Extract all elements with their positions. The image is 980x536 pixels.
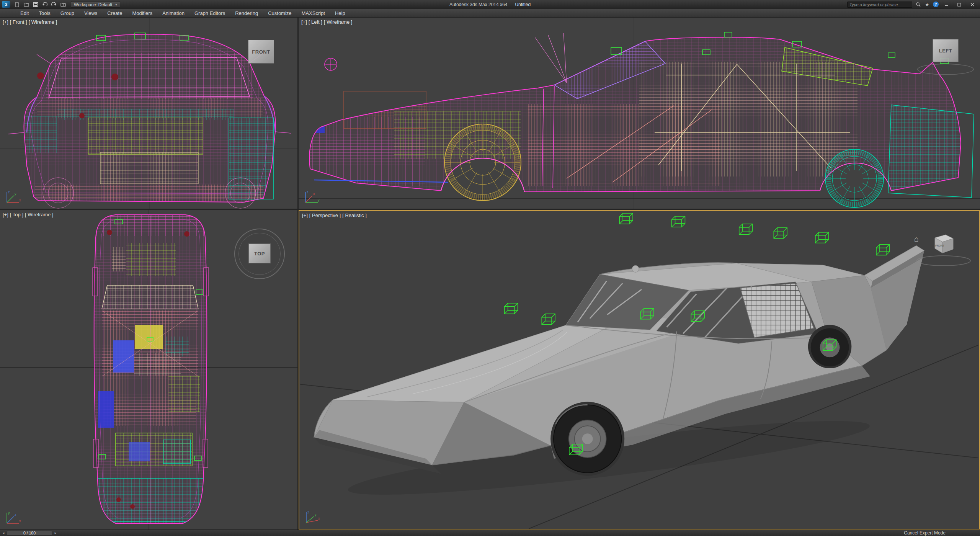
search-icon[interactable]: [915, 2, 921, 8]
app-logo-icon[interactable]: 3: [2, 1, 10, 8]
viewport-label-front: [+] [ Front ] [ Wireframe ]: [3, 19, 57, 25]
document-title: Untitled: [515, 2, 531, 7]
axis-tripod: x z y: [4, 189, 22, 206]
rear-wheel[interactable]: [825, 149, 884, 208]
svg-text:z: z: [15, 513, 16, 516]
time-slider[interactable]: 0 / 100: [7, 531, 52, 536]
svg-text:y: y: [15, 192, 16, 196]
axis-tripod: y z x: [302, 189, 321, 206]
svg-text:y: y: [318, 198, 320, 202]
car-shaded-perspective[interactable]: [314, 246, 924, 476]
viewport-menu-pov[interactable]: [ Front ]: [10, 19, 27, 25]
maximize-icon[interactable]: [954, 1, 965, 8]
viewport-left[interactable]: [+] [ Left ] [ Wireframe ] LEFT y z x: [299, 18, 980, 209]
title-bar: 3 Workspace: Default ▾ Autodesk 3ds Max …: [0, 0, 980, 9]
project-folder-icon[interactable]: [59, 1, 67, 8]
redo-icon[interactable]: [50, 1, 58, 8]
viewport-top[interactable]: [+] [ Top ] [ Wireframe ] TOP x y z: [0, 210, 297, 529]
viewcube-compass: [917, 256, 970, 266]
viewport-menu-general[interactable]: [+]: [3, 212, 8, 217]
svg-text:y: y: [8, 511, 10, 515]
viewcube-top[interactable]: TOP: [234, 229, 285, 279]
svg-text:x: x: [19, 198, 21, 202]
menu-modifiers[interactable]: Modifiers: [127, 9, 157, 18]
viewcube-face-label: FRONT: [935, 244, 945, 247]
viewport-label-perspective: [+] [ Perspective ] [ Realistic ]: [302, 212, 367, 218]
next-frame-button[interactable]: ►: [52, 531, 59, 536]
menu-bar: Edit Tools Group Views Create Modifiers …: [0, 9, 980, 18]
svg-text:x: x: [318, 516, 320, 520]
viewport-perspective[interactable]: [+] [ Perspective ] [ Realistic ] ⌂ FRON…: [299, 210, 980, 529]
workspace-dropdown[interactable]: Workspace: Default ▾: [71, 1, 120, 8]
axis-tripod: x y z: [4, 510, 22, 526]
viewport-menu-pov[interactable]: [ Left ]: [309, 19, 322, 25]
viewcube-perspective[interactable]: FRONT: [911, 231, 976, 269]
frame-indicator: 0 / 100: [23, 531, 36, 535]
menu-edit[interactable]: Edit: [15, 9, 34, 18]
menu-tools[interactable]: Tools: [34, 9, 55, 18]
new-scene-icon[interactable]: [13, 1, 21, 8]
left-viewport-canvas[interactable]: [299, 18, 980, 209]
menu-create[interactable]: Create: [102, 9, 127, 18]
svg-text:z: z: [307, 190, 309, 194]
viewport-menu-general[interactable]: [+]: [3, 19, 8, 25]
viewport-label-left: [+] [ Left ] [ Wireframe ]: [301, 19, 352, 25]
viewport-menu-pov[interactable]: [ Perspective ]: [309, 212, 341, 218]
save-file-icon[interactable]: [31, 1, 40, 8]
car-wireframe-top[interactable]: [93, 214, 209, 525]
svg-text:x: x: [313, 192, 315, 196]
open-file-icon[interactable]: [22, 1, 31, 8]
help-icon[interactable]: ?: [933, 2, 939, 7]
window-title: Autodesk 3ds Max 2014 x64 Untitled: [0, 0, 980, 9]
svg-text:y: y: [315, 513, 317, 516]
viewport-menu-general[interactable]: [+]: [301, 19, 307, 25]
car-wireframe-left[interactable]: [305, 32, 974, 208]
viewport-menu-shading[interactable]: [ Realistic ]: [342, 212, 367, 218]
viewcube-face-label: LEFT: [939, 48, 952, 54]
viewcube-face-label: TOP: [254, 251, 265, 257]
menu-help[interactable]: Help: [330, 9, 350, 18]
menu-rendering[interactable]: Rendering: [230, 9, 263, 18]
svg-text:z: z: [8, 190, 10, 194]
viewcube-home-icon[interactable]: ⌂: [914, 235, 919, 243]
menu-customize[interactable]: Customize: [263, 9, 296, 18]
svg-text:z: z: [307, 510, 309, 514]
undo-icon[interactable]: [41, 1, 49, 8]
viewcube-compass: [917, 64, 974, 75]
viewport-menu-shading[interactable]: [ Wireframe ]: [25, 212, 53, 217]
infocenter-search-input[interactable]: [847, 2, 912, 8]
workspace-label: Workspace: Default: [74, 2, 112, 7]
viewport-menu-shading[interactable]: [ Wireframe ]: [29, 19, 57, 25]
viewport-menu-general[interactable]: [+]: [302, 212, 308, 218]
menu-maxscript[interactable]: MAXScript: [297, 9, 330, 18]
previous-frame-button[interactable]: ◄: [0, 531, 7, 536]
perspective-viewport-canvas[interactable]: [299, 211, 979, 529]
viewcube-left[interactable]: LEFT: [933, 39, 959, 81]
viewport-front[interactable]: [+] [ Front ] [ Wireframe ] FRONT x z y: [0, 18, 297, 209]
viewport-menu-pov[interactable]: [ Top ]: [10, 212, 23, 217]
menu-group[interactable]: Group: [56, 9, 79, 18]
close-icon[interactable]: [967, 1, 978, 8]
menu-views[interactable]: Views: [79, 9, 102, 18]
cancel-expert-mode-button[interactable]: Cancel Expert Mode: [904, 530, 946, 536]
viewcube-face-label: FRONT: [252, 49, 270, 55]
app-title: Autodesk 3ds Max 2014 x64: [449, 2, 507, 7]
viewcube-front[interactable]: FRONT: [248, 40, 274, 64]
minimize-icon[interactable]: [941, 1, 952, 8]
status-bar: ◄ 0 / 100 ► Cancel Expert Mode: [0, 529, 980, 536]
viewport-label-top: [+] [ Top ] [ Wireframe ]: [3, 212, 53, 217]
svg-text:x: x: [19, 519, 21, 523]
menu-animation[interactable]: Animation: [157, 9, 189, 18]
axis-tripod: x z y: [303, 509, 322, 526]
chevron-down-icon: ▾: [115, 3, 117, 7]
viewport-menu-shading[interactable]: [ Wireframe ]: [324, 19, 352, 25]
menu-graph-editors[interactable]: Graph Editors: [189, 9, 230, 18]
favorites-star-icon[interactable]: ★: [924, 2, 931, 8]
